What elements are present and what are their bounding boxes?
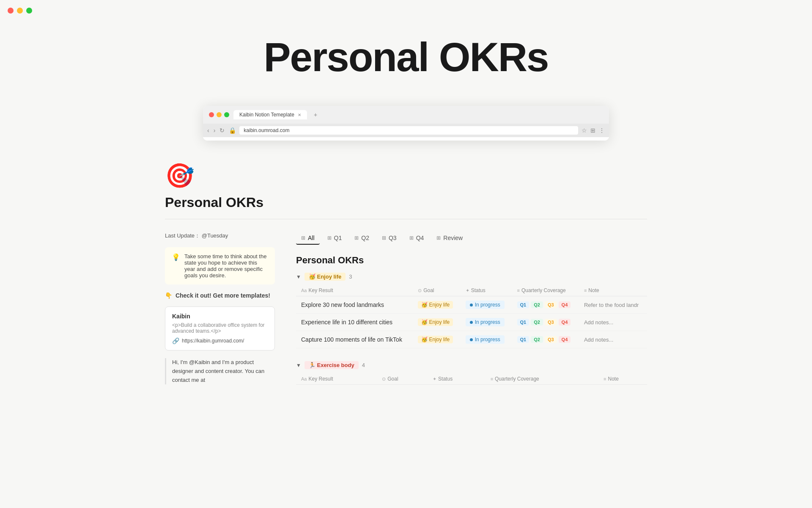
tip-icon: 💡: [172, 253, 180, 279]
tab-q4[interactable]: ⊞Q4: [404, 232, 429, 245]
card-link-icon: 🔗: [172, 337, 179, 344]
status-badge: In progress: [466, 301, 505, 309]
status-dot: [470, 304, 473, 306]
browser-extension-icon[interactable]: ⊞: [590, 127, 595, 134]
quarter-tag-q1: Q1: [517, 336, 529, 343]
traffic-light-yellow[interactable]: [17, 8, 23, 14]
th-note: ≡Note: [598, 373, 647, 385]
groups-container: ▼ 🥳 Enjoy life 3 AaKey Result ⊙Goal ✦Sta…: [296, 273, 647, 385]
table-row[interactable]: Experience life in 10 different cities 🥳…: [296, 314, 647, 331]
page-title: Personal OKRs: [165, 195, 647, 210]
sidebar-card: Kaibin <p>Build a collaborative office s…: [165, 306, 275, 351]
cell-quarters: Q1Q2Q3Q4: [512, 331, 579, 348]
browser-back-icon[interactable]: ‹: [207, 127, 209, 134]
browser-tab-close-icon[interactable]: ✕: [298, 113, 301, 117]
tab-table-icon: ⊞: [327, 235, 332, 241]
browser-refresh-icon[interactable]: ↻: [219, 127, 225, 134]
group-chevron-icon: ▼: [296, 274, 301, 280]
tab-q2[interactable]: ⊞Q2: [349, 232, 374, 245]
group-enjoy-life: ▼ 🥳 Enjoy life 3 AaKey Result ⊙Goal ✦Sta…: [296, 273, 647, 348]
quarter-tags: Q1Q2Q3Q4: [517, 336, 574, 343]
goal-tag: 🥳 Enjoy life: [418, 318, 453, 326]
browser-forward-icon[interactable]: ›: [214, 127, 216, 134]
browser-tab-label: Kaibin Notion Temeplate: [239, 112, 294, 118]
browser-more-icon[interactable]: ⋮: [599, 127, 605, 134]
group-header-enjoy-life[interactable]: ▼ 🥳 Enjoy life 3: [296, 273, 647, 281]
quarter-tag-q3: Q3: [545, 319, 557, 326]
main-container: Kaibin Notion Temeplate ✕ + ‹ › ↻ 🔒 kaib…: [131, 106, 681, 398]
browser-tab-add-icon[interactable]: +: [311, 111, 320, 118]
traffic-lights: [8, 8, 32, 14]
cell-goal: 🥳 Enjoy life: [413, 296, 460, 314]
th-quarterly-coverage: ≡Quarterly Coverage: [486, 373, 598, 385]
tab-q1[interactable]: ⊞Q1: [322, 232, 347, 245]
th-key-result: AaKey Result: [296, 373, 377, 385]
quarter-tag-q2: Q2: [531, 319, 543, 326]
browser-tab[interactable]: Kaibin Notion Temeplate ✕: [233, 110, 307, 119]
quarter-tag-q2: Q2: [531, 301, 543, 308]
sidebar-tip: 💡 Take some time to think about the stat…: [165, 247, 275, 284]
browser-dot-red[interactable]: [209, 112, 214, 117]
note-text: Add notes...: [584, 319, 613, 326]
traffic-light-red[interactable]: [8, 8, 14, 14]
quarter-tag-q3: Q3: [545, 336, 557, 343]
tab-table-icon: ⊞: [382, 235, 386, 241]
okr-table-exercise-body: AaKey Result ⊙Goal ✦Status ≡Quarterly Co…: [296, 373, 647, 385]
status-dot: [470, 338, 473, 341]
section-title: Personal OKRs: [296, 255, 647, 266]
quarter-tags: Q1Q2Q3Q4: [517, 319, 574, 326]
browser-home-icon[interactable]: 🔒: [229, 127, 236, 134]
cell-key-result: Capture 100 moments of life on TikTok: [296, 331, 413, 348]
th-quarterly-coverage: ≡Quarterly Coverage: [512, 285, 579, 296]
card-link[interactable]: 🔗 https://kaibin.gumroad.com/: [172, 337, 268, 344]
table-row[interactable]: Capture 100 moments of life on TikTok 🥳 …: [296, 331, 647, 348]
group-exercise-body: ▼ 🏃 Exercise body 4 AaKey Result ⊙Goal ✦…: [296, 361, 647, 385]
cell-status: In progress: [461, 296, 512, 314]
hero-title: Personal OKRs: [0, 34, 812, 80]
tab-table-icon: ⊞: [301, 235, 305, 241]
cell-note: Add notes...: [579, 314, 647, 331]
tip-text: Take some time to think about the state …: [184, 253, 268, 279]
tabs: ⊞All⊞Q1⊞Q2⊞Q3⊞Q4⊞Review: [296, 232, 647, 245]
th-status: ✦Status: [461, 285, 512, 296]
tab-q3[interactable]: ⊞Q3: [377, 232, 402, 245]
sidebar-link[interactable]: 👇 Check it out! Get more templates!: [165, 292, 275, 299]
page-icon: 🎯: [165, 162, 647, 190]
quarter-tag-q2: Q2: [531, 336, 543, 343]
browser-bookmark-icon[interactable]: ☆: [582, 127, 587, 134]
browser-dot-green[interactable]: [224, 112, 229, 117]
tab-table-icon: ⊞: [354, 235, 359, 241]
note-text: Refer to the food landr: [584, 302, 639, 308]
browser-dot-yellow[interactable]: [217, 112, 222, 117]
traffic-light-green[interactable]: [26, 8, 32, 14]
goal-tag: 🥳 Enjoy life: [418, 336, 453, 343]
hero-section: Personal OKRs: [0, 0, 812, 106]
group-label: 🏃 Exercise body: [304, 361, 359, 369]
sidebar-quote: Hi, I'm @Kaibin and I'm a product design…: [165, 358, 275, 384]
quarter-tag-q1: Q1: [517, 301, 529, 308]
tab-all[interactable]: ⊞All: [296, 232, 320, 245]
th-note: ≡Note: [579, 285, 647, 296]
card-desc: <p>Build a collaborative office system f…: [172, 322, 268, 334]
card-title: Kaibin: [172, 313, 268, 320]
browser-url-input[interactable]: kaibin.oumroad.com: [239, 126, 578, 135]
cell-note: Refer to the food landr: [579, 296, 647, 314]
th-key-result: AaKey Result: [296, 285, 413, 296]
cell-key-result: Experience life in 10 different cities: [296, 314, 413, 331]
group-header-exercise-body[interactable]: ▼ 🏃 Exercise body 4: [296, 361, 647, 369]
tab-review[interactable]: ⊞Review: [431, 232, 468, 245]
browser-bar: Kaibin Notion Temeplate ✕ +: [203, 106, 609, 124]
group-count: 3: [349, 273, 352, 280]
browser-body: [203, 137, 609, 141]
content-layout: Last Update： @Tuesday 💡 Take some time t…: [165, 232, 647, 398]
group-label: 🥳 Enjoy life: [304, 273, 346, 281]
link-text: Check it out! Get more templates!: [176, 292, 270, 299]
status-dot: [470, 321, 473, 324]
table-row[interactable]: Explore 30 new food landmarks 🥳 Enjoy li…: [296, 296, 647, 314]
quarter-tag-q1: Q1: [517, 319, 529, 326]
cell-quarters: Q1Q2Q3Q4: [512, 296, 579, 314]
cell-status: In progress: [461, 314, 512, 331]
main-content: ⊞All⊞Q1⊞Q2⊞Q3⊞Q4⊞Review Personal OKRs ▼ …: [296, 232, 647, 398]
card-link-text: https://kaibin.gumroad.com/: [182, 338, 244, 344]
browser-url-bar: ‹ › ↻ 🔒 kaibin.oumroad.com ☆ ⊞ ⋮: [203, 124, 609, 137]
